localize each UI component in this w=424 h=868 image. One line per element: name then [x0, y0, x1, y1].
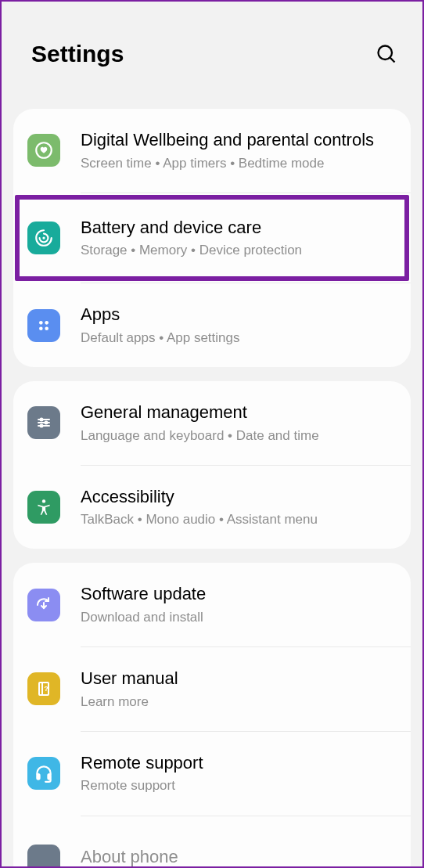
- settings-section: Digital Wellbeing and parental controls …: [13, 109, 411, 367]
- settings-item-subtitle: Screen time • App timers • Bedtime mode: [81, 155, 397, 172]
- settings-item-text: Software update Download and install: [81, 583, 397, 626]
- settings-item-title: Battery and device care: [81, 217, 397, 240]
- svg-point-6: [39, 326, 43, 330]
- apps-icon: [27, 309, 60, 342]
- settings-item-title: Digital Wellbeing and parental controls: [81, 129, 397, 152]
- page-title: Settings: [31, 41, 124, 67]
- settings-item-title: General management: [81, 402, 397, 424]
- accessibility-icon: [27, 491, 60, 524]
- settings-item-apps[interactable]: Apps Default apps • App settings: [13, 283, 411, 367]
- settings-item-title: Accessibility: [81, 486, 397, 509]
- sliders-icon: [27, 406, 60, 439]
- svg-point-13: [41, 425, 43, 427]
- settings-item-text: Apps Default apps • App settings: [81, 304, 397, 347]
- svg-rect-20: [48, 774, 50, 780]
- svg-text:?: ?: [44, 685, 49, 693]
- settings-item-text: Remote support Remote support: [81, 752, 397, 795]
- settings-item-text: Accessibility TalkBack • Mono audio • As…: [81, 486, 397, 529]
- settings-item-remote[interactable]: Remote support Remote support: [13, 732, 411, 816]
- info-icon: [27, 845, 60, 869]
- svg-point-5: [45, 321, 49, 325]
- settings-item-title: Software update: [81, 583, 397, 606]
- svg-point-9: [41, 419, 43, 421]
- search-icon[interactable]: [375, 43, 397, 65]
- settings-item-title: User manual: [81, 668, 397, 690]
- settings-section: Software update Download and install ? U…: [13, 563, 411, 868]
- svg-line-1: [390, 58, 395, 63]
- svg-point-7: [45, 326, 49, 330]
- svg-point-3: [42, 236, 45, 239]
- settings-item-title: About phone: [81, 848, 397, 868]
- settings-item-about[interactable]: About phone: [13, 816, 411, 869]
- settings-item-subtitle: Learn more: [81, 693, 397, 711]
- headset-icon: [27, 757, 60, 790]
- heart-circle-icon: [27, 134, 60, 167]
- svg-point-0: [379, 46, 393, 60]
- settings-item-subtitle: Remote support: [81, 777, 397, 794]
- settings-item-title: Remote support: [81, 752, 397, 775]
- settings-item-text: About phone: [81, 848, 397, 868]
- settings-item-subtitle: Storage • Memory • Device protection: [81, 242, 397, 259]
- svg-rect-19: [37, 774, 39, 780]
- settings-item-update[interactable]: Software update Download and install: [13, 563, 411, 646]
- settings-item-text: User manual Learn more: [81, 668, 397, 711]
- svg-point-4: [39, 321, 43, 325]
- device-care-icon: [27, 222, 60, 254]
- settings-item-subtitle: Default apps • App settings: [81, 330, 397, 347]
- settings-item-manual[interactable]: ? User manual Learn more: [13, 647, 411, 731]
- settings-item-text: General management Language and keyboard…: [81, 402, 397, 445]
- svg-point-11: [45, 422, 48, 424]
- svg-point-14: [42, 499, 45, 502]
- settings-item-title: Apps: [81, 304, 397, 326]
- header: Settings: [2, 2, 422, 95]
- update-icon: [27, 589, 60, 621]
- settings-item-text: Digital Wellbeing and parental controls …: [81, 129, 397, 172]
- settings-item-subtitle: TalkBack • Mono audio • Assistant menu: [81, 511, 397, 528]
- settings-item-wellbeing[interactable]: Digital Wellbeing and parental controls …: [13, 109, 411, 193]
- settings-section: General management Language and keyboard…: [13, 381, 411, 549]
- book-icon: ?: [27, 672, 60, 705]
- settings-item-subtitle: Download and install: [81, 609, 397, 626]
- settings-item-accessibility[interactable]: Accessibility TalkBack • Mono audio • As…: [13, 466, 411, 549]
- settings-item-text: Battery and device care Storage • Memory…: [81, 217, 397, 260]
- settings-item-general[interactable]: General management Language and keyboard…: [13, 381, 411, 465]
- settings-item-subtitle: Language and keyboard • Date and time: [81, 427, 397, 445]
- settings-item-battery[interactable]: Battery and device care Storage • Memory…: [13, 193, 411, 283]
